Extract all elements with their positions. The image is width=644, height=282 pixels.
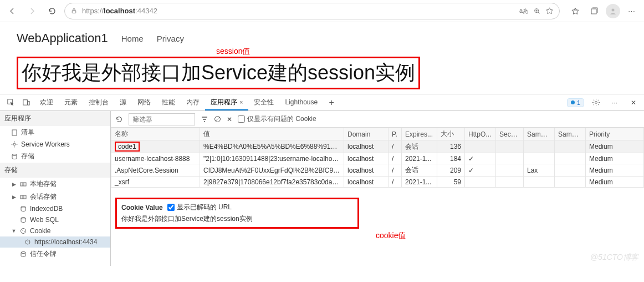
favorites-button[interactable] [568,3,583,19]
cookie-row[interactable]: .AspNetCore.SessionCfDJ8MeuAt%2F0UxxEgrF… [111,164,644,177]
device-icon[interactable] [19,96,33,109]
cookie-row[interactable]: _xsrf2|9827e379|1708066e12bf7fa2e35783c0… [111,177,644,188]
lock-icon [70,7,78,14]
col-header[interactable]: 值 [200,128,344,140]
decode-url-checkbox[interactable]: 显示已解码的 URL [167,203,232,212]
svg-rect-2 [591,9,596,14]
sidebar-item-storage[interactable]: 存储 [0,150,110,163]
nav-privacy[interactable]: Privacy [157,34,184,43]
url-text: https://localhost:44342 [82,7,157,15]
svg-point-15 [21,229,26,234]
svg-rect-11 [21,183,26,186]
annotation-cookie: cookie值 [376,231,406,241]
svg-point-17 [24,231,24,231]
cookie-row[interactable]: code1%E4%BD%A0%E5%A5%BD%E6%88%91%E6%9...… [111,140,644,153]
devtools: 欢迎元素控制台源网络性能内存应用程序×安全性Lighthouse + 1 ···… [0,94,644,266]
cookie-filter-input[interactable] [129,113,195,125]
sidebar-group-storage: 存储 [0,163,110,178]
col-header[interactable]: Domain [344,128,389,140]
svg-point-10 [12,154,17,155]
cookie-filter-bar: ✕ 仅显示有问题的 Cookie [111,111,644,128]
svg-point-14 [21,218,25,219]
sidebar-item-cookie[interactable]: ▼Cookie [0,225,110,236]
svg-rect-8 [12,130,17,135]
annotation-session: session值 [216,47,250,57]
forward-button[interactable] [24,3,40,19]
devtools-tab-3[interactable]: 源 [114,95,132,109]
page-content: WebApplication1 Home Privacy session值 你好… [0,22,644,94]
sidebar-item-indexeddb[interactable]: ▶IndexedDB [0,203,110,214]
svg-point-3 [612,8,615,11]
devtools-tab-1[interactable]: 元素 [59,95,83,109]
cookie-table: 名称值DomainP.Expires...大小HttpO...SecureSam… [111,128,644,188]
devtools-tab-6[interactable]: 内存 [181,95,205,109]
sidebar-group-app: 应用程序 [0,111,110,126]
clear-all-icon[interactable] [214,115,221,123]
devtools-main: ✕ 仅显示有问题的 Cookie 名称值DomainP.Expires...大小… [111,111,644,266]
svg-point-20 [21,251,25,253]
svg-point-18 [25,240,30,244]
col-header[interactable]: HttpO... [465,128,496,140]
devtools-sidebar: 应用程序 清单 Service Workers 存储 存储 ▶本地存储 ▶会话存… [0,111,111,266]
cookie-detail-title: Cookie Value [121,204,163,212]
site-brand[interactable]: WebApplication1 [17,31,108,46]
cookie-row[interactable]: username-localhost-8888"2|1:0|10:1630911… [111,153,644,164]
sidebar-item-service-workers[interactable]: Service Workers [0,139,110,150]
only-issues-checkbox[interactable]: 仅显示有问题的 Cookie [238,114,316,124]
col-header[interactable]: 名称 [111,128,200,140]
devtools-tab-4[interactable]: 网络 [132,95,156,109]
devtools-tab-9[interactable]: Lighthouse [279,95,323,109]
devtools-tab-0[interactable]: 欢迎 [34,95,59,109]
site-nav: WebApplication1 Home Privacy [17,31,627,46]
svg-rect-6 [28,102,29,105]
read-aloud-icon[interactable]: aあ [519,7,529,15]
col-header[interactable]: Priority [586,128,644,140]
svg-point-7 [595,102,597,104]
menu-button[interactable]: ··· [624,3,640,19]
col-header[interactable]: P. [389,128,402,140]
svg-rect-12 [21,195,26,199]
sidebar-item-local-storage[interactable]: ▶本地存储 [0,178,110,190]
col-header[interactable]: SameS... [524,128,555,140]
devtools-tab-2[interactable]: 控制台 [83,95,114,109]
add-tab-button[interactable]: + [324,96,339,109]
devtools-tab-5[interactable]: 性能 [156,95,181,109]
svg-rect-0 [72,11,76,13]
devtools-close-icon[interactable]: ✕ [626,96,641,109]
settings-icon[interactable] [589,96,603,109]
watermark: @51CTO博客 [590,253,638,263]
cookie-detail-panel: Cookie Value 显示已解码的 URL 你好我是外部接口加Service… [115,198,359,229]
refresh-cookies-icon[interactable] [115,115,123,123]
profile-button[interactable] [605,3,621,19]
delete-icon[interactable]: ✕ [227,115,232,123]
browser-toolbar: https://localhost:44342 aあ ··· [0,0,644,22]
cookie-detail-value: 你好我是外部接口加Service建的session实例 [121,214,353,224]
zoom-icon[interactable] [533,7,541,15]
svg-rect-5 [23,100,27,105]
svg-point-13 [21,207,25,208]
svg-point-9 [13,143,16,145]
sidebar-item-websql[interactable]: ▶Web SQL [0,214,110,225]
sidebar-item-trust-tokens[interactable]: ▶信任令牌 [0,248,110,260]
inspect-icon[interactable] [3,96,18,109]
sidebar-item-session-storage[interactable]: ▶会话存储 [0,190,110,203]
col-header[interactable]: Expires... [402,128,437,140]
col-header[interactable]: 大小 [437,128,465,140]
devtools-tab-7[interactable]: 应用程序× [205,95,248,110]
devtools-menu-icon[interactable]: ··· [607,96,622,109]
filter-options-icon[interactable] [201,115,208,123]
issues-badge[interactable]: 1 [567,98,584,107]
sidebar-item-manifest[interactable]: 清单 [0,126,110,139]
refresh-button[interactable] [44,3,60,19]
devtools-tab-8[interactable]: 安全性 [248,95,279,109]
svg-point-16 [22,230,23,230]
favorite-icon[interactable] [545,7,554,15]
address-bar[interactable]: https://localhost:44342 aあ [64,3,560,19]
col-header[interactable]: Secure [496,128,524,140]
back-button[interactable] [4,3,20,19]
col-header[interactable]: SameP... [555,128,586,140]
sidebar-item-cookie-origin[interactable]: https://localhost:4434 [0,236,110,248]
svg-point-19 [27,241,27,241]
nav-home[interactable]: Home [121,34,144,43]
collections-button[interactable] [586,3,602,19]
